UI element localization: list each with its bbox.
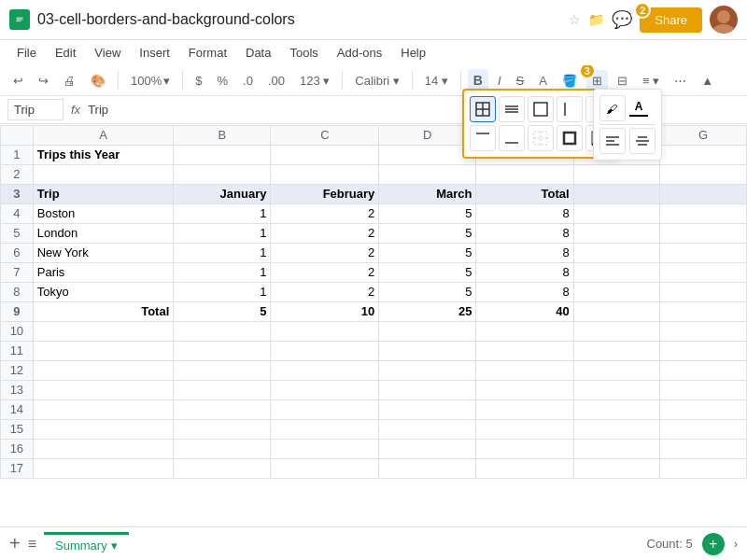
- cell-e9[interactable]: 40: [476, 301, 573, 321]
- cell-f7[interactable]: [573, 262, 660, 282]
- cell-f8[interactable]: [573, 282, 660, 301]
- cell-e6[interactable]: 8: [476, 243, 573, 262]
- cell-c9[interactable]: 10: [271, 301, 379, 321]
- folder-icon[interactable]: 📁: [588, 12, 604, 27]
- border-option-thick-outer[interactable]: [557, 125, 583, 151]
- cell-c4[interactable]: 2: [271, 203, 379, 223]
- collapse-button[interactable]: ▲: [696, 70, 719, 91]
- menu-help[interactable]: Help: [393, 42, 433, 63]
- redo-button[interactable]: ↪: [33, 70, 54, 91]
- menu-tools[interactable]: Tools: [282, 42, 325, 63]
- align-dots-button[interactable]: [629, 128, 655, 154]
- font-select[interactable]: Calibri ▾: [349, 70, 404, 91]
- decimal-inc-button[interactable]: .00: [262, 70, 290, 91]
- user-avatar[interactable]: [710, 6, 738, 34]
- cell-a2[interactable]: [33, 164, 174, 184]
- col-header-a[interactable]: A: [33, 125, 174, 145]
- cell-a6[interactable]: New York: [33, 243, 174, 262]
- cell-f2[interactable]: [573, 164, 660, 184]
- undo-button[interactable]: ↩: [7, 70, 29, 91]
- border-option-inner-h[interactable]: [499, 96, 525, 122]
- paint-format-button[interactable]: 🎨: [85, 70, 111, 91]
- sheet-tab-summary[interactable]: Summary ▾: [44, 532, 129, 556]
- cell-g3[interactable]: [660, 184, 747, 203]
- border-option-none[interactable]: [528, 125, 554, 151]
- cell-g6[interactable]: [660, 243, 747, 262]
- border-option-top[interactable]: [470, 125, 496, 151]
- cell-e5[interactable]: 8: [476, 223, 573, 243]
- cell-e7[interactable]: 8: [476, 262, 573, 282]
- cell-b7[interactable]: 1: [174, 262, 271, 282]
- decimal-dec-button[interactable]: .0: [237, 70, 259, 91]
- cell-d2[interactable]: [379, 164, 476, 184]
- explore-button[interactable]: +: [702, 533, 725, 555]
- cell-c5[interactable]: 2: [271, 223, 379, 243]
- cell-d9[interactable]: 25: [379, 301, 476, 321]
- cell-c8[interactable]: 2: [271, 282, 379, 301]
- sheet-menu-button[interactable]: ≡: [28, 536, 36, 553]
- nav-right-icon[interactable]: ›: [734, 537, 738, 551]
- cell-b9[interactable]: 5: [174, 301, 271, 321]
- cell-d4[interactable]: 5: [379, 203, 476, 223]
- cell-g5[interactable]: [660, 223, 747, 243]
- cell-f9[interactable]: [573, 301, 660, 321]
- col-header-c[interactable]: C: [271, 125, 379, 145]
- cell-b6[interactable]: 1: [174, 243, 271, 262]
- cell-d6[interactable]: 5: [379, 243, 476, 262]
- currency-button[interactable]: $: [190, 70, 207, 91]
- border-option-left[interactable]: [557, 96, 583, 122]
- cell-d3[interactable]: March: [379, 184, 476, 203]
- cell-f4[interactable]: [573, 203, 660, 223]
- cell-a3[interactable]: Trip: [33, 184, 174, 203]
- cell-c3[interactable]: February: [271, 184, 379, 203]
- cell-c7[interactable]: 2: [271, 262, 379, 282]
- menu-edit[interactable]: Edit: [48, 42, 83, 63]
- percent-button[interactable]: %: [211, 70, 233, 91]
- cell-g2[interactable]: [660, 164, 747, 184]
- menu-format[interactable]: Format: [181, 42, 234, 63]
- cell-f3[interactable]: [573, 184, 660, 203]
- cell-a7[interactable]: Paris: [33, 262, 174, 282]
- cell-f5[interactable]: [573, 223, 660, 243]
- cell-e3[interactable]: Total: [476, 184, 573, 203]
- cell-g1[interactable]: [660, 145, 747, 164]
- cell-e8[interactable]: 8: [476, 282, 573, 301]
- cell-b1[interactable]: [174, 145, 271, 164]
- star-icon[interactable]: ☆: [569, 12, 581, 27]
- menu-file[interactable]: File: [9, 42, 44, 63]
- cell-e2[interactable]: [476, 164, 573, 184]
- align-left-button[interactable]: [599, 128, 626, 154]
- cell-reference[interactable]: [7, 99, 63, 120]
- paint-brush-button[interactable]: 🖌: [599, 95, 626, 121]
- cell-d8[interactable]: 5: [379, 282, 476, 301]
- border-option-all[interactable]: [470, 96, 496, 122]
- cell-b3[interactable]: January: [174, 184, 271, 203]
- zoom-select[interactable]: 100% ▾: [125, 70, 176, 91]
- cell-c2[interactable]: [271, 164, 379, 184]
- cell-c6[interactable]: 2: [271, 243, 379, 262]
- menu-view[interactable]: View: [87, 42, 128, 63]
- border-option-outer[interactable]: [528, 96, 554, 122]
- cell-a5[interactable]: London: [33, 223, 174, 243]
- cell-b4[interactable]: 1: [174, 203, 271, 223]
- cell-g4[interactable]: [660, 203, 747, 223]
- menu-data[interactable]: Data: [238, 42, 278, 63]
- font-size-select[interactable]: 14 ▾: [419, 70, 454, 91]
- cell-a9[interactable]: Total: [33, 301, 174, 321]
- print-button[interactable]: 🖨: [58, 70, 81, 91]
- cell-d5[interactable]: 5: [379, 223, 476, 243]
- format-button[interactable]: 123 ▾: [294, 70, 335, 91]
- add-sheet-button[interactable]: +: [9, 533, 21, 554]
- col-header-b[interactable]: B: [174, 125, 271, 145]
- cell-b2[interactable]: [174, 164, 271, 184]
- cell-g8[interactable]: [660, 282, 747, 301]
- cell-a1[interactable]: Trips this Year: [33, 145, 174, 164]
- cell-b8[interactable]: 1: [174, 282, 271, 301]
- menu-addons[interactable]: Add-ons: [330, 42, 389, 63]
- cell-g7[interactable]: [660, 262, 747, 282]
- comments-icon[interactable]: 💬: [612, 9, 632, 30]
- share-button[interactable]: 2 Share: [640, 7, 702, 33]
- cell-a4[interactable]: Boston: [33, 203, 174, 223]
- cell-d7[interactable]: 5: [379, 262, 476, 282]
- more-button[interactable]: ⋯: [669, 70, 692, 91]
